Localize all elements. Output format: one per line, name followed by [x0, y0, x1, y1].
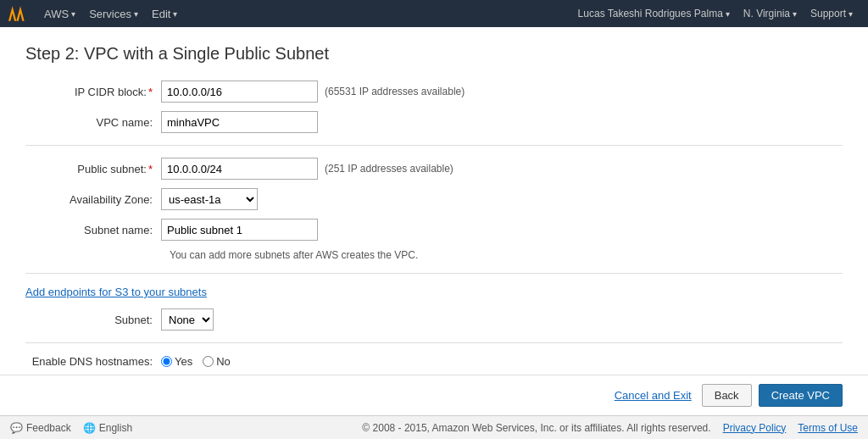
terms-of-use-link[interactable]: Terms of Use — [798, 422, 858, 434]
subnet-name-input[interactable] — [161, 219, 318, 241]
svg-marker-1 — [16, 6, 24, 21]
user-menu[interactable]: Lucas Takeshi Rodrigues Palma ▾ — [571, 0, 737, 27]
dns-yes-label[interactable]: Yes — [161, 355, 192, 368]
public-subnet-label: Public subnet: — [25, 163, 161, 175]
services-caret-icon: ▾ — [134, 9, 138, 19]
footer: 💬 Feedback 🌐 English © 2008 - 2015, Amaz… — [0, 415, 868, 439]
dns-yes-radio[interactable] — [161, 356, 172, 367]
public-subnet-row: Public subnet: (251 IP addresses availab… — [25, 158, 843, 180]
create-vpc-button[interactable]: Create VPC — [759, 384, 843, 407]
ip-cidr-label: IP CIDR block: — [25, 86, 161, 98]
globe-icon: 🌐 — [83, 422, 96, 434]
feedback-item[interactable]: 💬 Feedback — [10, 422, 71, 434]
user-caret-icon: ▾ — [726, 9, 730, 19]
cancel-exit-button[interactable]: Cancel and Exit — [611, 385, 695, 406]
aws-nav-item[interactable]: AWS ▾ — [37, 0, 82, 27]
section-divider-3 — [25, 342, 843, 343]
back-button[interactable]: Back — [702, 384, 752, 407]
dns-hostname-row: Enable DNS hostnames: Yes No — [25, 355, 843, 368]
vpc-name-label: VPC name: — [25, 116, 161, 129]
top-navigation: AWS ▾ Services ▾ Edit ▾ Lucas Takeshi Ro… — [0, 0, 868, 27]
region-caret-icon: ▾ — [793, 9, 797, 19]
ip-cidr-row: IP CIDR block: (65531 IP addresses avail… — [25, 81, 843, 103]
dns-no-label[interactable]: No — [203, 355, 231, 368]
availability-zone-row: Availability Zone: us-east-1a us-east-1b… — [25, 188, 843, 210]
dns-no-radio[interactable] — [203, 356, 214, 367]
main-content: Step 2: VPC with a Single Public Subnet … — [0, 27, 868, 375]
footer-right: © 2008 - 2015, Amazon Web Services, Inc.… — [362, 422, 858, 434]
dns-hostname-label: Enable DNS hostnames: — [25, 355, 161, 368]
subnet-row: Subnet: None — [25, 308, 843, 331]
support-caret-icon: ▾ — [849, 9, 853, 19]
availability-zone-select[interactable]: us-east-1a us-east-1b us-east-1c us-east… — [161, 188, 258, 210]
section-divider-2 — [25, 273, 843, 274]
button-row: Cancel and Exit Back Create VPC — [0, 375, 868, 415]
section-divider-1 — [25, 145, 843, 146]
vpc-name-input[interactable] — [161, 111, 318, 133]
edit-caret-icon: ▾ — [173, 9, 177, 19]
subnet-label: Subnet: — [25, 314, 161, 326]
edit-nav-item[interactable]: Edit ▾ — [145, 0, 184, 27]
subnet-note: You can add more subnets after AWS creat… — [170, 249, 843, 261]
region-menu[interactable]: N. Virginia ▾ — [737, 0, 804, 27]
nav-right: Lucas Takeshi Rodrigues Palma ▾ N. Virgi… — [571, 0, 860, 27]
svg-marker-0 — [8, 6, 16, 21]
public-subnet-input[interactable] — [161, 158, 318, 180]
dns-radio-group: Yes No — [161, 355, 231, 368]
subnet-select[interactable]: None — [161, 308, 214, 331]
subnet-name-label: Subnet name: — [25, 224, 161, 236]
copyright-text: © 2008 - 2015, Amazon Web Services, Inc.… — [362, 422, 710, 434]
page-title: Step 2: VPC with a Single Public Subnet — [25, 44, 843, 64]
add-endpoints-link[interactable]: Add endpoints for S3 to your subnets — [25, 286, 843, 298]
support-menu[interactable]: Support ▾ — [804, 0, 860, 27]
ip-cidr-hint: (65531 IP addresses available) — [325, 86, 465, 97]
aws-logo — [8, 2, 32, 25]
public-subnet-hint: (251 IP addresses available) — [325, 163, 453, 175]
aws-caret-icon: ▾ — [71, 9, 75, 19]
availability-zone-label: Availability Zone: — [25, 193, 161, 206]
vpc-name-row: VPC name: — [25, 111, 843, 133]
feedback-icon: 💬 — [10, 422, 23, 434]
language-item[interactable]: 🌐 English — [83, 422, 132, 434]
subnet-name-row: Subnet name: — [25, 219, 843, 241]
footer-left: 💬 Feedback 🌐 English — [10, 422, 132, 434]
services-nav-item[interactable]: Services ▾ — [82, 0, 145, 27]
ip-cidr-input[interactable] — [161, 81, 318, 103]
privacy-policy-link[interactable]: Privacy Policy — [723, 422, 787, 434]
